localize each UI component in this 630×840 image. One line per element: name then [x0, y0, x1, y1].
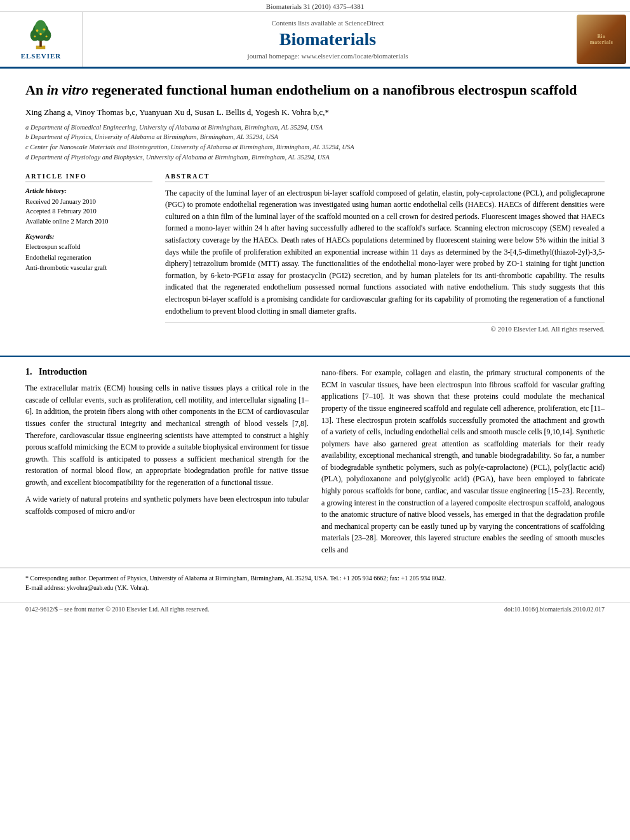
- keyword-3: Anti-thrombotic vascular graft: [25, 263, 152, 274]
- sciencedirect-link: Contents lists available at ScienceDirec…: [271, 19, 384, 27]
- copyright-line: © 2010 Elsevier Ltd. All rights reserved…: [165, 322, 605, 333]
- article-info-abstract-section: ARTICLE INFO Article history: Received 2…: [25, 173, 605, 333]
- journal-header: ELSEVIER Contents lists available at Sci…: [0, 12, 630, 69]
- section-number: 1.: [25, 367, 32, 377]
- elsevier-logo: ELSEVIER: [21, 19, 62, 60]
- citation-text: Biomaterials 31 (2010) 4375–4381: [266, 3, 364, 10]
- svg-point-6: [36, 29, 39, 32]
- page-wrapper: Biomaterials 31 (2010) 4375–4381: [0, 0, 630, 615]
- abstract-header: ABSTRACT: [165, 173, 605, 182]
- title-part1: An: [25, 82, 47, 98]
- journal-header-right: Bio materials: [573, 12, 630, 67]
- section-divider: [0, 356, 630, 357]
- available-date: Available online 2 March 2010: [25, 217, 152, 227]
- intro-para2-cont: nano-fibers. For example, collagen and e…: [321, 367, 605, 556]
- article-info-header: ARTICLE INFO: [25, 173, 152, 182]
- authors: Xing Zhang a, Vinoy Thomas b,c, Yuanyuan…: [25, 107, 605, 117]
- affiliation-d: d Department of Physiology and Biophysic…: [25, 152, 605, 163]
- journal-title: Biomaterials: [279, 29, 376, 50]
- elsevier-tree-icon: [22, 19, 60, 51]
- abstract-col: ABSTRACT The capacity of the luminal lay…: [165, 173, 605, 333]
- sciencedirect-text: Contents lists available at ScienceDirec…: [271, 19, 384, 27]
- doi-text: doi:10.1016/j.biomaterials.2010.02.017: [504, 606, 605, 613]
- received-date: Received 20 January 2010: [25, 197, 152, 207]
- article-title: An in vitro regenerated functional human…: [25, 81, 605, 100]
- accepted-date: Accepted 8 February 2010: [25, 206, 152, 217]
- history-label: Article history:: [25, 187, 152, 194]
- footnote-star: * Corresponding author. Department of Ph…: [25, 573, 605, 583]
- affiliations: a Department of Biomedical Engineering, …: [25, 123, 605, 163]
- body-section: 1. Introduction The extracellular matrix…: [0, 367, 630, 561]
- intro-section-title: 1. Introduction: [25, 367, 309, 377]
- biomaterials-badge: Bio materials: [577, 15, 626, 64]
- affiliation-a: a Department of Biomedical Engineering, …: [25, 123, 605, 133]
- homepage-text: journal homepage: www.elsevier.com/locat…: [248, 52, 408, 60]
- section-title-text: Introduction: [39, 367, 87, 377]
- journal-header-left: ELSEVIER: [0, 12, 83, 67]
- top-citation-bar: Biomaterials 31 (2010) 4375–4381: [0, 0, 630, 12]
- issn-text: 0142-9612/$ – see front matter © 2010 El…: [25, 606, 209, 613]
- title-italic: in vitro: [47, 82, 88, 98]
- footnote-email: E-mail address: ykvohra@uab.edu (Y.K. Vo…: [25, 583, 605, 592]
- elsevier-brand-text: ELSEVIER: [21, 52, 62, 60]
- svg-point-10: [46, 36, 48, 37]
- journal-homepage: journal homepage: www.elsevier.com/locat…: [248, 52, 408, 60]
- article-content: An in vitro regenerated functional human…: [0, 69, 630, 345]
- article-info-col: ARTICLE INFO Article history: Received 2…: [25, 173, 152, 333]
- affiliation-c: c Center for Nanoscale Materials and Bio…: [25, 142, 605, 152]
- body-left-col: 1. Introduction The extracellular matrix…: [25, 367, 309, 561]
- footnote-section: * Corresponding author. Department of Ph…: [0, 568, 630, 597]
- svg-point-8: [40, 33, 43, 36]
- svg-point-5: [35, 20, 46, 34]
- svg-point-9: [34, 36, 36, 37]
- journal-header-center: Contents lists available at ScienceDirec…: [83, 12, 573, 67]
- keywords-label: Keywords:: [25, 233, 152, 240]
- body-right-col: nano-fibers. For example, collagen and e…: [321, 367, 605, 561]
- keyword-1: Electrospun scaffold: [25, 242, 152, 253]
- svg-point-7: [43, 29, 46, 31]
- intro-para2-start: A wide variety of natural proteins and s…: [25, 493, 309, 517]
- bottom-bar: 0142-9612/$ – see front matter © 2010 El…: [0, 603, 630, 615]
- title-part2: regenerated functional human endothelium…: [88, 82, 577, 98]
- affiliation-b: b Department of Physics, University of A…: [25, 132, 605, 142]
- keyword-2: Endothelial regeneration: [25, 253, 152, 263]
- abstract-text: The capacity of the luminal layer of an …: [165, 187, 605, 317]
- intro-para1: The extracellular matrix (ECM) housing c…: [25, 382, 309, 488]
